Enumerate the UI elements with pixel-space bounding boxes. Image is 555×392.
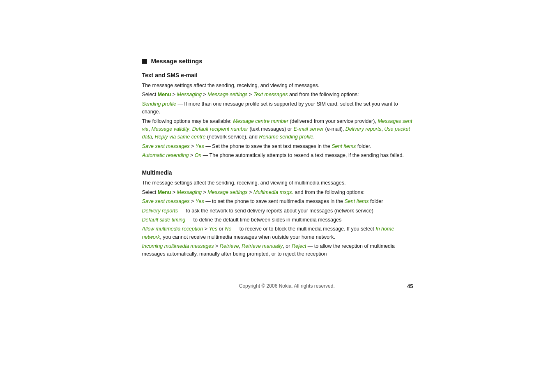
mm-yes-link: Yes (196, 198, 204, 204)
text-sms-intro: The message settings affect the sending,… (142, 82, 413, 90)
sending-profile-link: Sending profile (142, 101, 176, 107)
save-sent-link: Save sent messages (142, 143, 190, 149)
subsection-text-sms: Text and SMS e-mail The message settings… (142, 72, 413, 159)
mm-sent-items-link: Sent items (345, 198, 369, 204)
copyright-text: Copyright © 2006 Nokia. All rights reser… (167, 283, 408, 289)
on-link: On (195, 152, 202, 158)
message-centre-link: Message centre number (233, 118, 288, 124)
retrieve-link: Retrieve (220, 243, 239, 249)
allow-multimedia-reception-link: Allow multimedia reception (142, 226, 203, 232)
section-header: Message settings (142, 58, 413, 65)
subsection-multimedia: Multimedia The message settings affect t… (142, 169, 413, 258)
text-messages-link: Text messages (253, 92, 288, 97)
yes-link-1: Yes (196, 143, 204, 149)
mm-menu-link: Menu (158, 189, 171, 195)
mm-intro-para: The message settings affect the sending,… (142, 179, 413, 187)
mm-slide-timing-para: Default slide timing — to define the def… (142, 216, 413, 224)
email-server-link: E-mail server (293, 126, 324, 132)
page-number: 45 (407, 283, 413, 289)
auto-resend-link: Automatic resending (142, 152, 189, 158)
sent-items-link-1: Sent items (332, 143, 356, 149)
mm-msgs-link: Multimedia msgs. (253, 189, 293, 195)
rename-profile-link: Rename sending profile (259, 134, 313, 140)
default-recipient-link: Default recipient number (192, 126, 248, 132)
text-sms-select: Select Menu > Messaging > Message settin… (142, 91, 413, 99)
mm-delivery-link: Delivery reports (142, 208, 178, 214)
messaging-link: Messaging (177, 92, 202, 97)
delivery-reports-link: Delivery reports (345, 126, 382, 132)
incoming-multimedia-messages-link: Incoming multimedia messages (142, 243, 214, 249)
message-validity-link: Message validity (151, 126, 189, 132)
mm-save-sent-link: Save sent messages (142, 198, 190, 204)
mm-slide-timing-link: Default slide timing (142, 217, 186, 223)
mm-incoming-para: Incoming multimedia messages > Retrieve,… (142, 242, 413, 258)
message-settings-link: Message settings (207, 92, 247, 97)
menu-link: Menu (158, 92, 171, 97)
mm-save-sent-para: Save sent messages > Yes — to set the ph… (142, 198, 413, 205)
mm-no-link: No (225, 226, 231, 232)
auto-resend-para: Automatic resending > On — The phone aut… (142, 152, 413, 159)
subsection-title-text-sms: Text and SMS e-mail (142, 72, 413, 78)
page-title: Message settings (151, 58, 203, 65)
mm-allow-reception-para: Allow multimedia reception > Yes or No —… (142, 225, 413, 241)
mm-message-settings-link: Message settings (207, 189, 247, 195)
sending-profile-para: Sending profile — If more than one messa… (142, 100, 413, 116)
retrieve-manually-link: Retrieve manually (242, 243, 283, 249)
page-footer: Copyright © 2006 Nokia. All rights reser… (142, 283, 413, 297)
bullet-square-icon (142, 59, 147, 64)
mm-yes-link-2: Yes (209, 226, 217, 232)
reply-via-link: Reply via same centre (155, 134, 206, 140)
page-container: Message settings Text and SMS e-mail The… (134, 58, 421, 297)
subsection-title-multimedia: Multimedia (142, 169, 413, 176)
reject-link: Reject (292, 243, 306, 249)
save-sent-para: Save sent messages > Yes — Set the phone… (142, 143, 413, 150)
options-available-para: The following options may be available: … (142, 118, 413, 141)
mm-messaging-link: Messaging (177, 189, 202, 195)
mm-select-para: Select Menu > Messaging > Message settin… (142, 189, 413, 196)
mm-delivery-para: Delivery reports — to ask the network to… (142, 207, 413, 215)
